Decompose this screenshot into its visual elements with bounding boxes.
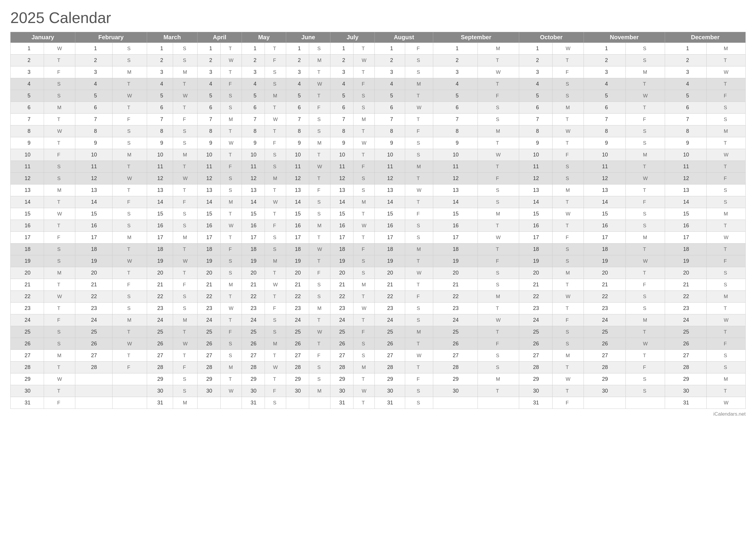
day-abbr-april-11: F <box>220 161 242 173</box>
day-abbr-december-19: F <box>707 255 746 267</box>
day-num-may-9: 9 <box>242 137 265 149</box>
day-num-august-12: 12 <box>375 173 405 184</box>
calendar-row: 3F3M3M3T3S3T3T3S3W3F3M3W <box>11 67 746 78</box>
day-num-october-22: 22 <box>519 291 552 303</box>
day-num-june-27: 27 <box>286 350 309 361</box>
day-num-november-10: 10 <box>583 149 626 161</box>
day-num-february-16: 16 <box>75 220 113 232</box>
day-num-august-6: 6 <box>375 102 405 114</box>
day-num-february-24: 24 <box>75 314 113 326</box>
day-abbr-june-20: F <box>309 267 330 279</box>
calendar-row: 5S5W5W5S5M5T5S5T5F5S5W5F <box>11 90 746 102</box>
day-num-february-10: 10 <box>75 149 113 161</box>
month-header-july: July <box>331 32 375 43</box>
day-abbr-february-21: F <box>112 279 147 291</box>
day-num-january-12: 12 <box>11 173 44 184</box>
day-abbr-december-11: T <box>707 161 746 173</box>
day-num-november-13: 13 <box>583 184 626 196</box>
day-abbr-july-22: T <box>354 291 375 303</box>
day-num-september-22: 22 <box>433 291 477 303</box>
day-abbr-march-18: T <box>173 244 198 255</box>
day-abbr-april-15: T <box>220 208 242 220</box>
day-abbr-may-17: S <box>265 232 286 244</box>
day-num-may-26: 26 <box>242 338 265 350</box>
day-abbr-february-24: M <box>112 314 147 326</box>
day-num-october-6: 6 <box>519 102 552 114</box>
day-num-february-27: 27 <box>75 350 113 361</box>
day-num-december-20: 20 <box>665 267 707 279</box>
day-num-november-17: 17 <box>583 232 626 244</box>
day-num-february-15: 15 <box>75 208 113 220</box>
day-num-june-3: 3 <box>286 67 309 78</box>
day-num-september-24: 24 <box>433 314 477 326</box>
day-num-november-3: 3 <box>583 67 626 78</box>
calendar-row: 8W8S8S8T8T8S8T8F8M8W8S8M <box>11 125 746 137</box>
day-num-december-10: 10 <box>665 149 707 161</box>
day-num-december-24: 24 <box>665 314 707 326</box>
day-num-december-2: 2 <box>665 55 707 67</box>
day-num-february-19: 19 <box>75 255 113 267</box>
day-num-november-28: 28 <box>583 361 626 373</box>
day-abbr-august-13: W <box>405 184 433 196</box>
day-num-may-29: 29 <box>242 373 265 385</box>
day-num-june-22: 22 <box>286 291 309 303</box>
day-num-december-12: 12 <box>665 173 707 184</box>
day-abbr-february-3: M <box>112 67 147 78</box>
day-abbr-may-5: M <box>265 90 286 102</box>
day-abbr-september-29: M <box>477 373 519 385</box>
day-abbr-october-31: F <box>553 397 584 409</box>
day-num-september-28: 28 <box>433 361 477 373</box>
day-abbr-august-12: T <box>405 173 433 184</box>
day-num-september-5: 5 <box>433 90 477 102</box>
day-num-september-14: 14 <box>433 196 477 208</box>
day-num-november-21: 21 <box>583 279 626 291</box>
calendar-row: 17F17M17M17T17S17T17T17S17W17F17M17W <box>11 232 746 244</box>
day-num-november-11: 11 <box>583 161 626 173</box>
day-abbr-may-14: W <box>265 196 286 208</box>
day-abbr-january-26: S <box>44 338 75 350</box>
day-num-december-22: 22 <box>665 291 707 303</box>
day-abbr-july-4: F <box>354 78 375 90</box>
calendar-row: 21T21F21F21M21W21S21M21T21S21T21F21S <box>11 279 746 291</box>
day-num-may-31: 31 <box>242 397 265 409</box>
day-num-april-30: 30 <box>198 385 221 397</box>
calendar-row: 22W22S22S22T22T22S22T22F22M22W22S22M <box>11 291 746 303</box>
day-num-october-11: 11 <box>519 161 552 173</box>
day-num-february-26: 26 <box>75 338 113 350</box>
day-abbr-february-14: F <box>112 196 147 208</box>
day-abbr-october-21: T <box>553 279 584 291</box>
day-num-january-30: 30 <box>11 385 44 397</box>
day-abbr-october-27: M <box>553 350 584 361</box>
day-num-june-13: 13 <box>286 184 309 196</box>
day-num-january-28: 28 <box>11 361 44 373</box>
day-abbr-december-24: W <box>707 314 746 326</box>
day-num-september-15: 15 <box>433 208 477 220</box>
day-num-june-19: 19 <box>286 255 309 267</box>
day-abbr-june-11: W <box>309 161 330 173</box>
day-num-july-19: 19 <box>331 255 354 267</box>
day-abbr-october-30: T <box>553 385 584 397</box>
day-abbr-november-28: F <box>626 361 665 373</box>
day-abbr-may-9: F <box>265 137 286 149</box>
calendar-row: 18S18T18T18F18S18W18F18M18T18S18T18T <box>11 244 746 255</box>
day-num-march-9: 9 <box>147 137 173 149</box>
day-abbr-november-30: S <box>626 385 665 397</box>
day-abbr-july-31: T <box>354 397 375 409</box>
day-num-october-5: 5 <box>519 90 552 102</box>
day-abbr-march-13: T <box>173 184 198 196</box>
day-num-april-13: 13 <box>198 184 221 196</box>
day-num-january-23: 23 <box>11 303 44 314</box>
day-num-april-31 <box>198 397 221 409</box>
day-num-december-25: 25 <box>665 326 707 338</box>
day-num-july-4: 4 <box>331 78 354 90</box>
calendar-table: JanuaryFebruaryMarchAprilMayJuneJulyAugu… <box>10 32 746 409</box>
day-num-october-20: 20 <box>519 267 552 279</box>
day-abbr-april-1: T <box>220 43 242 55</box>
day-num-october-9: 9 <box>519 137 552 149</box>
day-abbr-october-8: W <box>553 125 584 137</box>
day-num-march-31: 31 <box>147 397 173 409</box>
day-num-november-22: 22 <box>583 291 626 303</box>
day-abbr-july-13: S <box>354 184 375 196</box>
day-num-october-3: 3 <box>519 67 552 78</box>
day-abbr-june-18: W <box>309 244 330 255</box>
